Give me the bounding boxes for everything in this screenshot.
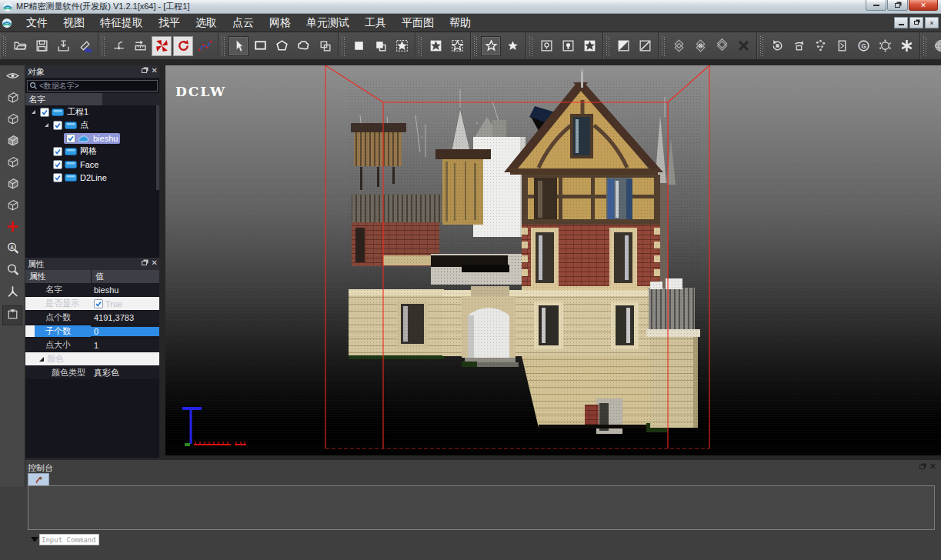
star-filled-button[interactable] <box>502 36 522 56</box>
console-float-icon[interactable] <box>919 465 925 469</box>
select-arrow-button[interactable] <box>229 36 249 56</box>
toolbar-drag-handle[interactable] <box>419 36 422 56</box>
property-row-4[interactable]: 子个数0 <box>25 325 159 338</box>
toolbar-drag-handle[interactable] <box>342 36 345 56</box>
paint-export-button[interactable]: file <box>75 36 95 56</box>
star-invert-button[interactable] <box>579 36 599 56</box>
open-file-button[interactable] <box>10 36 30 56</box>
cluster-points-button[interactable] <box>810 36 830 56</box>
mdi-restore-button[interactable] <box>909 17 923 28</box>
cube-5-button[interactable] <box>2 175 22 195</box>
toolbar-drag-handle[interactable] <box>102 36 105 56</box>
diamond-pages-button[interactable] <box>669 36 689 56</box>
menu-item-9[interactable]: 工具 <box>357 15 394 32</box>
tree-item-网格[interactable]: 网格 <box>25 145 159 158</box>
toolbar-drag-handle[interactable] <box>662 36 666 56</box>
cube-1-button[interactable] <box>2 88 22 108</box>
fit-line-button[interactable] <box>195 36 215 56</box>
property-row-3[interactable]: 点个数4191,3783 <box>25 311 159 325</box>
slash-square-button[interactable] <box>635 36 655 56</box>
star-dashed-button[interactable] <box>392 36 412 56</box>
restore-button[interactable] <box>887 0 908 11</box>
tree-item-Face[interactable]: Face <box>25 158 159 171</box>
rotate-box-button[interactable] <box>789 36 809 56</box>
close-button[interactable]: ✕ <box>909 0 938 11</box>
visibility-checkbox[interactable] <box>53 147 62 156</box>
menu-item-11[interactable]: 帮助 <box>442 15 479 32</box>
properties-panel-close-icon[interactable]: ✕ <box>152 259 158 267</box>
bulb-off-button[interactable] <box>536 36 556 56</box>
tree-item-工程1[interactable]: 工程1 <box>25 105 159 118</box>
properties-panel-float-icon[interactable] <box>142 261 147 265</box>
property-row-2[interactable]: 是否显示True <box>25 297 159 311</box>
menu-item-5[interactable]: 选取 <box>188 15 225 32</box>
menu-item-10[interactable]: 平面图 <box>394 15 442 32</box>
import-button[interactable] <box>53 36 73 56</box>
menu-item-8[interactable]: 单元测试 <box>299 15 357 32</box>
save-button[interactable] <box>32 36 52 56</box>
toolbar-drag-handle[interactable] <box>474 36 478 56</box>
red-plus-button[interactable] <box>2 218 22 238</box>
star-add-button[interactable] <box>425 36 445 56</box>
toolbar-drag-handle[interactable] <box>3 36 7 56</box>
visibility-checkbox[interactable] <box>53 121 62 130</box>
object-panel-float-icon[interactable] <box>142 68 147 73</box>
mini-panel-button[interactable] <box>832 36 852 56</box>
minimize-button[interactable] <box>866 0 886 11</box>
bulb-on-button[interactable] <box>558 36 578 56</box>
menu-item-4[interactable]: 找平 <box>151 15 188 32</box>
fill-square-button[interactable] <box>349 36 369 56</box>
mdi-minimize-button[interactable] <box>894 17 908 28</box>
rotate-ccw-button[interactable] <box>767 36 787 56</box>
tree-item-D2Line[interactable]: D2Line <box>25 171 159 184</box>
rect-select-button[interactable] <box>250 36 270 56</box>
console-close-icon[interactable]: ✕ <box>929 463 936 470</box>
tree-column-header[interactable]: 名字 <box>25 93 159 105</box>
menu-item-7[interactable]: 网格 <box>262 15 299 32</box>
diamond-delete-button[interactable] <box>690 36 710 56</box>
axis-tripod-button[interactable] <box>2 282 22 302</box>
measure-ruler-button[interactable] <box>130 36 150 56</box>
cube-4-button[interactable] <box>2 153 22 173</box>
viewport-3d[interactable]: DCLW <box>165 65 941 455</box>
zoom-button[interactable] <box>2 261 22 281</box>
invert-half-button[interactable] <box>613 36 633 56</box>
g-circle-button[interactable]: G <box>853 36 873 56</box>
menu-item-6[interactable]: 点云 <box>225 15 262 32</box>
property-row-6[interactable]: 颜色 <box>25 352 159 366</box>
eye-button[interactable] <box>2 67 22 87</box>
mdi-close-button[interactable]: × <box>925 17 939 28</box>
menu-item-2[interactable]: 视图 <box>55 15 92 32</box>
star-outline-button[interactable] <box>481 36 501 56</box>
expander-icon[interactable] <box>45 123 48 127</box>
zoom-a-button[interactable]: A <box>2 239 22 259</box>
property-row-7[interactable]: 颜色类型真彩色 <box>25 366 159 380</box>
pinwheel-red-button[interactable] <box>152 36 172 56</box>
star-subtract-button[interactable] <box>447 36 467 56</box>
visible-checkbox[interactable] <box>94 299 103 308</box>
property-row-5[interactable]: 点大小1 <box>25 338 159 352</box>
toolbar-drag-handle[interactable] <box>529 36 533 56</box>
object-panel-close-icon[interactable]: ✕ <box>152 67 158 75</box>
console-tab[interactable] <box>28 473 49 485</box>
gear-circle-button[interactable] <box>875 36 895 56</box>
tree-item-bieshu[interactable]: bieshu <box>25 132 159 145</box>
visibility-checkbox[interactable] <box>40 108 49 117</box>
menu-item-1[interactable]: 文件 <box>18 15 55 32</box>
cross-dark-button[interactable] <box>733 36 753 56</box>
expander-icon[interactable] <box>32 110 35 114</box>
asterisk-button[interactable] <box>896 36 916 56</box>
refresh-red-button[interactable] <box>173 36 193 56</box>
property-row-1[interactable]: 名字bieshu <box>25 283 159 297</box>
visibility-checkbox[interactable] <box>53 160 62 169</box>
toolbar-drag-handle[interactable] <box>760 36 764 56</box>
toolbar-drag-handle[interactable] <box>606 36 610 56</box>
level-tool-button[interactable] <box>108 36 128 56</box>
command-history-icon[interactable] <box>31 537 38 542</box>
subtract-squares-button[interactable] <box>370 36 390 56</box>
sphere-button[interactable] <box>930 36 941 56</box>
toolbar-drag-handle[interactable] <box>222 36 225 56</box>
lasso-select-button[interactable] <box>293 36 313 56</box>
visibility-checkbox[interactable] <box>53 173 62 182</box>
cube-3-button[interactable] <box>2 132 22 152</box>
